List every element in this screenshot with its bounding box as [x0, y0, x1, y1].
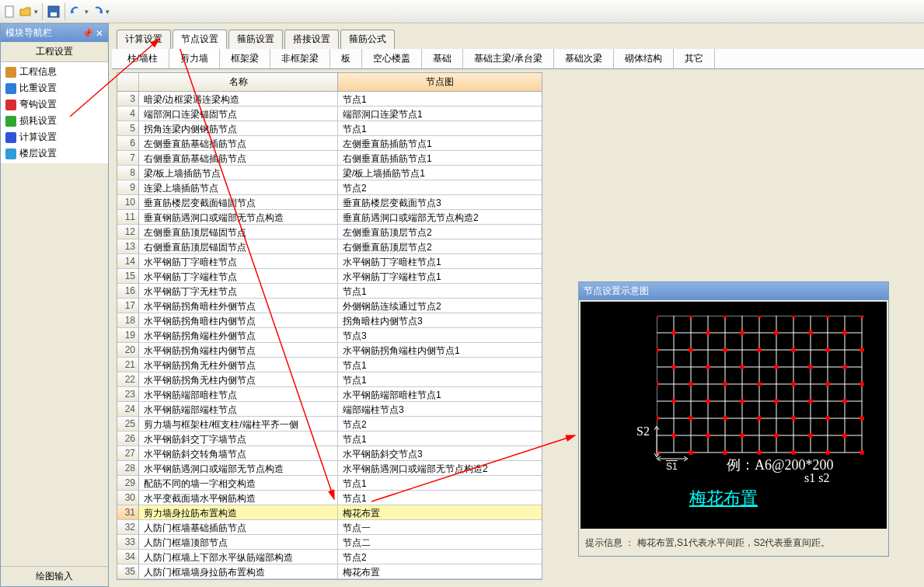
nav-item-2[interactable]: 弯钩设置	[2, 96, 106, 113]
row-value[interactable]: 梅花布置	[338, 564, 542, 578]
row-value[interactable]: 水平钢筋斜交节点3	[338, 446, 542, 460]
nav-item-5[interactable]: 楼层设置	[2, 145, 106, 162]
row-value[interactable]: 梁/板上墙插筋节点1	[338, 166, 542, 180]
table-row[interactable]: 18水平钢筋拐角暗柱内侧节点拐角暗柱内侧节点3	[117, 313, 542, 328]
nav-footer[interactable]: 绘图输入	[1, 566, 108, 586]
nav-section-title[interactable]: 工程设置	[1, 42, 108, 62]
table-row[interactable]: 6左侧垂直筋基础插筋节点左侧垂直筋插筋节点1	[117, 136, 542, 151]
tab-1[interactable]: 节点设置	[173, 30, 227, 49]
row-value[interactable]: 右侧垂直筋插筋节点1	[338, 151, 542, 165]
tab-2[interactable]: 箍筋设置	[228, 30, 283, 49]
tab-3[interactable]: 搭接设置	[284, 30, 339, 49]
table-row[interactable]: 28水平钢筋遇洞口或端部无节点构造水平钢筋遇洞口或端部无节点构造2	[117, 461, 542, 476]
row-value[interactable]: 梅花布置	[338, 505, 542, 519]
table-row[interactable]: 3暗梁/边框梁遇连梁构造节点1	[117, 92, 542, 107]
tab-0[interactable]: 计算设置	[117, 30, 171, 49]
row-value[interactable]: 节点1	[338, 476, 542, 490]
table-row[interactable]: 21水平钢筋拐角无柱外侧节点节点1	[117, 358, 542, 372]
table-row[interactable]: 32人防门框墙基础插筋节点节点一	[117, 520, 542, 535]
nav-item-4[interactable]: 计算设置	[2, 129, 106, 145]
row-value[interactable]: 水平钢筋端部暗柱节点1	[338, 387, 542, 401]
row-value[interactable]: 水平钢筋拐角端柱内侧节点1	[338, 343, 542, 357]
table-row[interactable]: 34人防门框墙上下部水平纵筋端部构造节点2	[117, 550, 542, 564]
row-value[interactable]: 节点一	[338, 520, 542, 534]
undo-dropdown[interactable]: ▾	[85, 8, 89, 16]
table-row[interactable]: 35人防门框墙墙身拉筋布置构造梅花布置	[117, 564, 542, 579]
row-value[interactable]: 节点1	[338, 491, 542, 505]
nav-item-1[interactable]: 比重设置	[2, 80, 106, 96]
table-row[interactable]: 10垂直筋楼层变截面锚固节点垂直筋楼层变截面节点3	[117, 195, 542, 210]
subtab-5[interactable]: 空心楼盖	[362, 49, 422, 68]
row-value[interactable]: 节点2	[338, 180, 542, 194]
table-row[interactable]: 13右侧垂直筋顶层锚固节点右侧垂直筋顶层节点2	[117, 239, 542, 254]
table-row[interactable]: 8梁/板上墙插筋节点梁/板上墙插筋节点1	[117, 166, 542, 180]
row-value[interactable]: 节点二	[338, 535, 542, 549]
table-row[interactable]: 5拐角连梁内侧钢筋节点节点1	[117, 121, 542, 136]
row-value[interactable]: 水平钢筋遇洞口或端部无节点构造2	[338, 461, 542, 475]
row-value[interactable]: 端部洞口连梁节点1	[338, 107, 542, 121]
subtab-1[interactable]: 剪力墙	[169, 49, 220, 68]
open-dropdown[interactable]: ▾	[34, 8, 38, 16]
table-row[interactable]: 7右侧垂直筋基础插筋节点右侧垂直筋插筋节点1	[117, 151, 542, 166]
row-value[interactable]: 右侧垂直筋顶层节点2	[338, 239, 542, 253]
row-value[interactable]: 垂直筋遇洞口或端部无节点构造2	[338, 210, 542, 224]
nav-pin-icon[interactable]: 📌 ✕	[82, 28, 103, 39]
undo-icon[interactable]	[69, 5, 83, 19]
row-value[interactable]: 节点1	[338, 372, 542, 386]
row-value[interactable]: 水平钢筋丁字暗柱节点1	[338, 254, 542, 268]
row-value[interactable]: 端部端柱节点3	[338, 402, 542, 416]
row-value[interactable]: 拐角暗柱内侧节点3	[338, 313, 542, 327]
row-value[interactable]: 节点1	[338, 284, 542, 298]
subtab-3[interactable]: 非框架梁	[270, 49, 330, 68]
table-row[interactable]: 25剪力墙与框架柱/框支柱/端柱平齐一侧节点2	[117, 417, 542, 432]
table-row[interactable]: 14水平钢筋丁字暗柱节点水平钢筋丁字暗柱节点1	[117, 254, 542, 269]
row-value[interactable]: 左侧垂直筋顶层节点2	[338, 225, 542, 239]
row-value[interactable]: 节点1	[338, 121, 542, 135]
row-value[interactable]: 节点1	[338, 358, 542, 372]
table-row[interactable]: 20水平钢筋拐角端柱内侧节点水平钢筋拐角端柱内侧节点1	[117, 343, 542, 358]
open-icon[interactable]	[19, 5, 33, 19]
row-value[interactable]: 水平钢筋丁字端柱节点1	[338, 269, 542, 283]
tab-4[interactable]: 箍筋公式	[340, 30, 395, 49]
table-row[interactable]: 4端部洞口连梁锚固节点端部洞口连梁节点1	[117, 107, 542, 121]
table-row[interactable]: 29配筋不同的墙一字相交构造节点1	[117, 476, 542, 491]
subtab-8[interactable]: 基础次梁	[554, 49, 614, 68]
layout-link[interactable]: 梅花布置	[689, 487, 758, 510]
table-row[interactable]: 11垂直钢筋遇洞口或端部无节点构造垂直筋遇洞口或端部无节点构造2	[117, 210, 542, 225]
table-row[interactable]: 31剪力墙身拉筋布置构造梅花布置	[117, 505, 542, 520]
table-row[interactable]: 12左侧垂直筋顶层锚固节点左侧垂直筋顶层节点2	[117, 225, 542, 239]
table-row[interactable]: 15水平钢筋丁字端柱节点水平钢筋丁字端柱节点1	[117, 269, 542, 284]
table-row[interactable]: 9连梁上墙插筋节点节点2	[117, 180, 542, 195]
subtab-9[interactable]: 砌体结构	[614, 49, 674, 68]
subtab-6[interactable]: 基础	[422, 49, 463, 68]
subtab-0[interactable]: 柱/墙柱	[117, 49, 169, 68]
nav-item-3[interactable]: 损耗设置	[2, 113, 106, 129]
save-icon[interactable]	[47, 5, 61, 19]
subtab-4[interactable]: 板	[330, 49, 362, 68]
table-row[interactable]: 17水平钢筋拐角暗柱外侧节点外侧钢筋连续通过节点2	[117, 299, 542, 313]
row-value[interactable]: 节点2	[338, 550, 542, 564]
new-icon[interactable]	[3, 5, 17, 19]
row-value[interactable]: 左侧垂直筋插筋节点1	[338, 136, 542, 150]
table-row[interactable]: 26水平钢筋斜交丁字墙节点节点1	[117, 432, 542, 446]
table-row[interactable]: 33人防门框墙顶部节点节点二	[117, 535, 542, 550]
table-row[interactable]: 23水平钢筋端部暗柱节点水平钢筋端部暗柱节点1	[117, 387, 542, 402]
row-value[interactable]: 节点3	[338, 328, 542, 342]
redo-icon[interactable]	[90, 5, 104, 19]
subtab-7[interactable]: 基础主梁/承台梁	[463, 49, 553, 68]
table-row[interactable]: 24水平钢筋端部端柱节点端部端柱节点3	[117, 402, 542, 417]
table-row[interactable]: 22水平钢筋拐角无柱内侧节点节点1	[117, 372, 542, 387]
table-row[interactable]: 19水平钢筋拐角端柱外侧节点节点3	[117, 328, 542, 343]
table-row[interactable]: 30水平变截面墙水平钢筋构造节点1	[117, 491, 542, 505]
row-value[interactable]: 外侧钢筋连续通过节点2	[338, 299, 542, 313]
row-value[interactable]: 节点1	[338, 92, 542, 106]
row-value[interactable]: 节点1	[338, 432, 542, 445]
nav-item-0[interactable]: 工程信息	[2, 64, 106, 80]
table-row[interactable]: 27水平钢筋斜交转角墙节点水平钢筋斜交节点3	[117, 446, 542, 461]
row-value[interactable]: 节点2	[338, 417, 542, 431]
subtab-2[interactable]: 框架梁	[220, 49, 270, 68]
row-value[interactable]: 垂直筋楼层变截面节点3	[338, 195, 542, 209]
subtab-10[interactable]: 其它	[674, 49, 715, 68]
table-row[interactable]: 16水平钢筋丁字无柱节点节点1	[117, 284, 542, 299]
redo-dropdown[interactable]: ▾	[106, 8, 110, 16]
